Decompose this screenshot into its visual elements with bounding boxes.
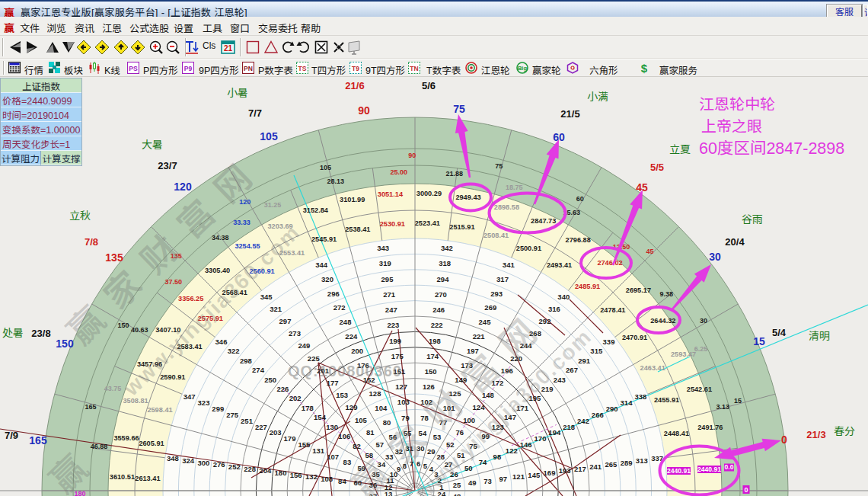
svg-text:2448.41: 2448.41 [664,430,689,437]
svg-text:5/5: 5/5 [650,162,664,173]
svg-text:2463.41: 2463.41 [640,364,665,372]
svg-text:105: 105 [260,130,278,142]
svg-text:30: 30 [709,251,721,263]
svg-text:241: 241 [589,462,602,471]
svg-text:342: 342 [441,244,453,252]
svg-text:165: 165 [29,434,47,446]
svg-text:218: 218 [563,423,575,431]
svg-text:7/9: 7/9 [5,430,18,441]
svg-text:3305.40: 3305.40 [205,267,230,274]
svg-text:3152.84: 3152.84 [303,206,329,214]
svg-text:23/8: 23/8 [31,328,50,339]
svg-text:2644.32: 2644.32 [650,317,675,325]
svg-text:318: 318 [439,259,451,267]
svg-text:339: 339 [603,338,615,346]
svg-text:293: 293 [490,290,503,298]
svg-text:43.75: 43.75 [104,385,122,392]
svg-text:316: 316 [548,305,560,313]
svg-text:3051.14: 3051.14 [378,190,404,198]
svg-text:45: 45 [646,248,653,255]
svg-text:21/6: 21/6 [345,80,364,91]
svg-text:48: 48 [453,492,461,496]
svg-text:3254.55: 3254.55 [235,242,260,250]
svg-text:2605.91: 2605.91 [139,440,164,447]
svg-text:5/4: 5/4 [772,327,787,338]
svg-text:271: 271 [383,290,396,299]
svg-text:90: 90 [408,152,416,159]
svg-text:289: 289 [621,459,633,467]
svg-text:谷雨: 谷雨 [742,211,763,226]
svg-text:324: 324 [182,456,195,465]
svg-text:清明: 清明 [809,328,830,343]
svg-text:0: 0 [781,434,787,446]
svg-text:上帝之眼: 上帝之眼 [701,114,762,136]
svg-text:2949.43: 2949.43 [455,194,480,201]
svg-text:90: 90 [358,104,370,117]
svg-text:297: 297 [279,317,292,325]
svg-text:2478.41: 2478.41 [600,306,625,314]
svg-text:145: 145 [528,471,541,479]
svg-text:30: 30 [700,317,707,325]
svg-text:7/7: 7/7 [248,107,262,119]
svg-text:245: 245 [479,318,492,326]
svg-text:34.38: 34.38 [212,234,229,242]
svg-text:21: 21 [224,44,233,53]
svg-text:246: 246 [432,306,445,314]
svg-text:7/8: 7/8 [85,236,98,248]
svg-text:314: 314 [621,398,633,407]
svg-text:128: 128 [369,389,381,398]
svg-text:275: 275 [226,411,239,419]
svg-text:3101.99: 3101.99 [340,196,365,203]
svg-text:75: 75 [453,103,465,115]
svg-text:2523.41: 2523.41 [415,219,440,227]
svg-text:98: 98 [493,453,502,461]
svg-text:265: 265 [605,460,617,469]
svg-text:小暑: 小暑 [227,85,248,100]
svg-text:75: 75 [495,162,503,170]
svg-text:春分: 春分 [834,423,855,438]
svg-text:248: 248 [340,318,352,326]
svg-text:322: 322 [228,347,240,355]
svg-text:2545.91: 2545.91 [311,235,337,243]
svg-text:23/7: 23/7 [158,160,177,171]
svg-text:155: 155 [298,440,311,449]
svg-text:2485.91: 2485.91 [575,283,600,290]
svg-text:343: 343 [377,244,389,252]
svg-text:121: 121 [512,472,525,481]
svg-text:223: 223 [387,321,399,329]
svg-text:2593.47: 2593.47 [671,350,696,358]
svg-text:2500.91: 2500.91 [516,245,541,252]
svg-text:247: 247 [385,306,397,314]
svg-text:296: 296 [327,290,340,298]
svg-text:202: 202 [289,394,302,402]
svg-text:105: 105 [355,416,368,424]
svg-text:立夏: 立夏 [669,141,691,156]
svg-text:174: 174 [426,352,439,360]
svg-text:291: 291 [578,357,591,365]
svg-text:347: 347 [183,392,196,401]
svg-text:33.33: 33.33 [233,219,251,226]
svg-text:198: 198 [429,337,441,345]
svg-text:226: 226 [276,385,289,393]
svg-text:2538.41: 2538.41 [345,226,370,233]
svg-text:TS: TS [298,65,307,72]
svg-text:15: 15 [734,397,742,405]
svg-text:251: 251 [241,417,254,425]
svg-text:222: 222 [431,321,443,329]
svg-text:194: 194 [548,428,561,437]
svg-text:146: 146 [520,440,532,449]
svg-text:224: 224 [345,332,358,341]
svg-text:344: 344 [315,261,328,269]
svg-text:272: 272 [333,303,346,312]
svg-text:45: 45 [636,181,648,194]
svg-text:346: 346 [215,338,228,346]
svg-text:294: 294 [437,275,450,283]
svg-text:135: 135 [105,251,123,264]
svg-text:242: 242 [577,417,589,425]
svg-text:323: 323 [198,398,210,407]
svg-text:2440.91: 2440.91 [667,467,691,475]
svg-text:299: 299 [212,405,224,413]
svg-text:203: 203 [270,428,282,437]
svg-text:3000.29: 3000.29 [416,190,442,197]
svg-text:249: 249 [298,341,310,350]
